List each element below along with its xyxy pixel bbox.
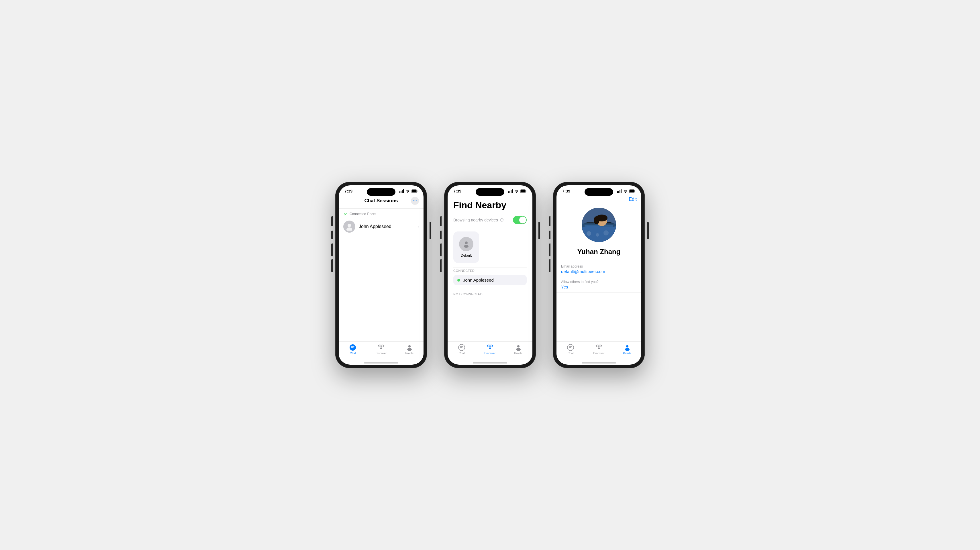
browsing-toggle[interactable] [513,216,527,224]
device-card-default[interactable]: Default [453,232,479,263]
discover-nav-icon-2 [487,344,493,351]
profile-nav-bar: Chat Discover [557,342,641,361]
discover-nav-label-2: Discover [485,352,496,355]
browsing-label: Browsing nearby devices [453,218,504,222]
avatar-icon [345,223,353,230]
phone-chat: 7:39 [335,182,427,368]
discover-nav-label-3: Discover [593,352,605,355]
svg-rect-2 [402,190,402,193]
chat-nav-label-3: Chat [568,352,574,355]
svg-point-43 [594,216,600,224]
chat-nav-icon-3 [567,344,574,351]
svg-rect-15 [508,191,509,193]
svg-point-23 [464,245,469,248]
svg-rect-0 [399,191,400,193]
chat-nav-icon-2 [458,344,465,351]
not-connected-section-label: NOT CONNECTED [453,291,527,298]
nav-profile-2[interactable]: Profile [510,344,527,355]
phone-discover: 7:39 [444,182,536,368]
svg-rect-17 [511,190,511,193]
allow-find-label: Allow others to find you? [561,280,637,284]
ellipsis-icon [413,199,417,203]
nav-chat-2[interactable]: Chat [453,344,470,355]
device-name-default: Default [461,254,472,258]
home-indicator-3 [582,362,616,364]
svg-rect-3 [403,189,404,193]
discover-nav-bar: Chat Discover [448,342,532,361]
svg-point-22 [465,242,468,244]
home-indicator-2 [473,362,507,364]
svg-point-13 [408,345,410,348]
svg-point-8 [416,200,417,201]
svg-rect-29 [618,191,619,193]
nearby-connected-item[interactable]: John Appleseed [453,275,527,285]
chat-list-item[interactable]: John Appleseed › [339,218,423,235]
nav-profile-1[interactable]: Profile [401,344,418,355]
spinner-icon [500,218,504,222]
svg-point-6 [413,200,414,201]
svg-rect-18 [512,189,513,193]
profile-nav-label-3: Profile [623,352,631,355]
discover-nav-label-1: Discover [375,352,387,355]
svg-point-26 [517,345,520,348]
profile-name: Yuhan Zhang [557,246,641,262]
svg-point-25 [489,348,491,349]
svg-point-45 [596,233,599,237]
profile-screen: Edit [557,194,641,342]
chevron-icon: › [417,224,419,229]
phone-profile: 7:39 [553,182,645,368]
discover-nav-icon-1 [378,344,385,351]
nav-chat-1[interactable]: Chat [344,344,361,355]
profile-nav-label-2: Profile [514,352,522,355]
device-grid: Default [448,232,532,263]
chat-nav-bar: Chat Discover [339,342,423,361]
signal-bars-icon-3 [617,189,622,193]
profile-avatar-svg [582,208,616,242]
battery-icon-2 [520,189,527,193]
connected-peers-label: Connected Peers [339,208,423,218]
svg-point-9 [348,224,351,227]
signal-bars-icon [399,189,404,193]
allow-find-field: Allow others to find you? Yes [557,277,641,292]
status-icons-1 [399,189,418,193]
profile-avatar-wrap [557,202,641,246]
nav-profile-3[interactable]: Profile [619,344,636,355]
profile-nav-icon-1 [406,344,413,351]
nav-discover-1[interactable]: Discover [372,344,390,355]
chat-menu-button[interactable] [411,197,419,205]
profile-nav-icon-3 [624,344,631,351]
svg-point-49 [626,345,628,348]
connected-section-label: CONNECTED [453,267,527,275]
nav-discover-2[interactable]: Discover [481,344,499,355]
nav-discover-3[interactable]: Discover [590,344,608,355]
profile-nav-icon-2 [515,344,522,351]
nav-chat-3[interactable]: Chat [562,344,579,355]
svg-rect-30 [619,190,620,193]
chat-nav-label-2: Chat [459,352,465,355]
time-3: 7:39 [562,189,570,193]
signal-bars-icon-2 [508,189,513,193]
svg-rect-33 [630,190,634,192]
allow-find-value[interactable]: Yes [561,285,637,289]
email-value[interactable]: default@multipeer.com [561,269,637,274]
chat-header: Chat Sessions [339,194,423,208]
battery-icon-3 [629,189,636,193]
svg-rect-16 [509,191,510,193]
svg-rect-28 [617,191,618,193]
edit-button[interactable]: Edit [629,197,637,202]
svg-point-7 [415,200,415,201]
svg-rect-5 [412,190,416,192]
discover-screen: Find Nearby Browsing nearby devices [448,194,532,342]
email-label: Email address [561,264,637,269]
time-2: 7:39 [453,189,461,193]
connected-section: CONNECTED John Appleseed [448,267,532,285]
profile-nav-label-1: Profile [405,352,413,355]
svg-point-46 [603,230,609,235]
not-connected-section: NOT CONNECTED [448,291,532,298]
chat-nav-label-1: Chat [350,352,356,355]
home-indicator-1 [364,362,398,364]
john-appleseed-name: John Appleseed [359,224,417,229]
email-field: Email address default@multipeer.com [557,262,641,277]
nearby-item-name: John Appleseed [463,278,494,283]
find-nearby-header: Find Nearby [448,194,532,213]
